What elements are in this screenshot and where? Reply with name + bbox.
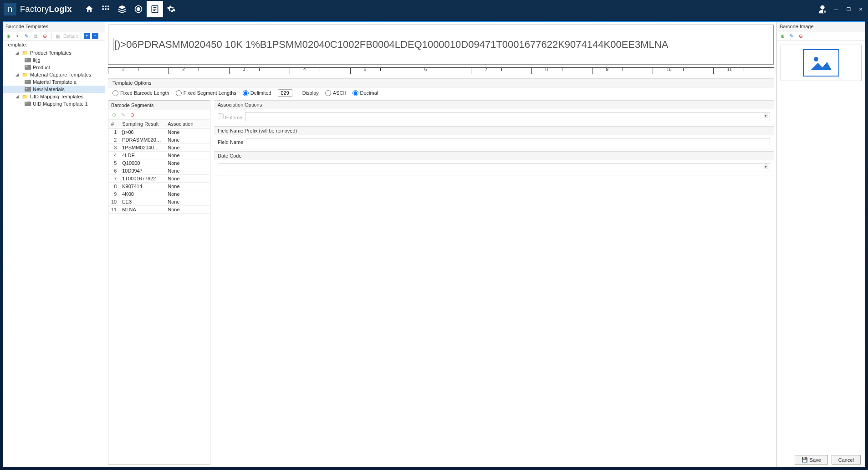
table-row[interactable]: 610D0947None	[108, 167, 210, 175]
association-panel: Association Options Enforce Field Name P…	[214, 100, 774, 465]
add-segment-button: ⊕	[110, 111, 117, 118]
delete-image-button[interactable]: ⊖	[797, 32, 804, 40]
svg-rect-5	[107, 8, 109, 10]
assoc-options-header: Association Options	[214, 101, 774, 109]
edit-template-button[interactable]: ✎	[23, 32, 30, 40]
segments-header: Barcode Segments	[108, 101, 210, 110]
collapse-all-button[interactable]: −	[92, 33, 98, 39]
svg-rect-4	[105, 8, 106, 10]
default-button: ▦	[54, 32, 61, 40]
field-name-label: Field Name	[218, 139, 243, 145]
barcode-image-panel: Barcode Image ⊕ ✎ ⊖	[776, 22, 865, 467]
edit-image-button[interactable]: ✎	[788, 32, 795, 40]
delimited-radio[interactable]: Delimited	[243, 90, 271, 96]
enforce-checkbox: Enforce	[218, 113, 242, 120]
col-sample: Sampling Result	[119, 120, 165, 128]
image-placeholder-frame	[781, 45, 862, 81]
segments-panel: Barcode Segments ⊕ ✎ ⊖ # Sampling Result…	[108, 100, 210, 465]
templates-tree: ◢📁Product TemplateslkjgProduct◢📁Material…	[3, 48, 105, 467]
table-row[interactable]: 31PSMM02040C100...None	[108, 144, 210, 152]
tree-item[interactable]: lkjg	[3, 56, 105, 64]
svg-rect-2	[107, 6, 109, 7]
date-code-dropdown[interactable]	[218, 163, 770, 172]
svg-rect-0	[102, 6, 104, 7]
add-dropdown-icon[interactable]: ▼	[14, 32, 21, 40]
tree-item[interactable]: Product	[3, 64, 105, 71]
barcode-ruler: 1234567891011	[108, 67, 774, 77]
edit-segment-button: ✎	[119, 111, 127, 118]
field-name-input[interactable]	[246, 138, 770, 146]
tree-item[interactable]: New Materials	[3, 86, 105, 93]
templates-panel-header: Barcode Templates	[3, 22, 105, 31]
svg-point-12	[820, 5, 824, 10]
save-button[interactable]: 💾Save	[795, 455, 828, 465]
table-row[interactable]: 71T0001677622None	[108, 175, 210, 183]
tree-folder[interactable]: ◢📁UID Mapping Templates	[3, 93, 105, 100]
table-row[interactable]: 5Q10000None	[108, 159, 210, 167]
add-template-button[interactable]: ⊕	[5, 32, 12, 40]
target-icon[interactable]	[130, 1, 147, 17]
table-row[interactable]: 10EE3None	[108, 198, 210, 206]
ascii-radio[interactable]: ASCII	[325, 90, 346, 96]
template-label: Template:	[3, 41, 105, 48]
copy-template-button[interactable]: ⧉	[32, 32, 39, 40]
brand-bold: Logix	[49, 5, 72, 14]
image-toolbar: ⊕ ✎ ⊖	[777, 31, 865, 41]
main-content: Barcode Templates ⊕ ▼ ✎ ⧉ ⊖ ▦ Default + …	[3, 21, 865, 467]
table-row[interactable]: 8K907414None	[108, 183, 210, 190]
image-placeholder-icon	[803, 49, 839, 77]
table-row[interactable]: 44LDENone	[108, 152, 210, 159]
col-assoc: Association	[165, 120, 210, 128]
table-row[interactable]: 94K00None	[108, 190, 210, 198]
titlebar-right: — ❐ ✕	[817, 4, 864, 14]
cancel-button[interactable]: Cancel	[832, 455, 861, 465]
fixed-barcode-radio[interactable]: Fixed Barcode Length	[112, 90, 169, 96]
fixed-segment-radio[interactable]: Fixed Segment Lengths	[176, 90, 236, 96]
user-icon[interactable]	[817, 4, 827, 14]
delete-segment-button[interactable]: ⊖	[128, 111, 136, 118]
template-options-header: Template Options	[108, 78, 774, 87]
date-code-header: Date Code	[214, 152, 774, 160]
add-image-button[interactable]: ⊕	[779, 32, 786, 40]
templates-toolbar: ⊕ ▼ ✎ ⧉ ⊖ ▦ Default + −	[3, 31, 105, 41]
segments-table[interactable]: # Sampling Result Association 1[)>06None…	[108, 120, 210, 464]
expand-all-button[interactable]: +	[84, 33, 90, 39]
app-logo-icon: n	[4, 3, 16, 15]
display-label: Display	[302, 90, 319, 96]
svg-rect-1	[105, 6, 106, 7]
barcode-text: [)>06PDRASMM020450 10K 1%B1PSMM02040C100…	[114, 39, 668, 51]
tree-folder[interactable]: ◢📁Product Templates	[3, 49, 105, 56]
segments-toolbar: ⊕ ✎ ⊖	[108, 110, 210, 120]
close-button[interactable]: ✕	[857, 6, 864, 13]
modules-icon[interactable]	[97, 1, 114, 17]
tree-item[interactable]: UID Mapping Template 1	[3, 100, 105, 107]
barcode-display[interactable]: [)>06PDRASMM020450 10K 1%B1PSMM02040C100…	[108, 25, 774, 65]
barcode-image-header: Barcode Image	[777, 22, 865, 31]
stack-icon[interactable]	[114, 1, 130, 17]
default-label: Default	[63, 34, 78, 39]
delimiter-input[interactable]	[278, 89, 292, 97]
table-row[interactable]: 11MLNANone	[108, 206, 210, 214]
table-row[interactable]: 2PDRASMM020450...None	[108, 136, 210, 144]
table-row[interactable]: 1[)>06None	[108, 128, 210, 136]
minimize-button[interactable]: —	[832, 6, 840, 13]
footer-buttons: 💾Save Cancel	[795, 455, 861, 465]
templates-panel: Barcode Templates ⊕ ▼ ✎ ⧉ ⊖ ▦ Default + …	[3, 22, 105, 467]
center-panel: [)>06PDRASMM020450 10K 1%B1PSMM02040C100…	[105, 22, 776, 467]
svg-rect-3	[102, 8, 104, 10]
home-icon[interactable]	[81, 1, 97, 17]
tree-item[interactable]: Material Template a	[3, 78, 105, 86]
app-brand: FactoryLogix	[20, 5, 72, 14]
svg-point-15	[814, 57, 818, 61]
enforce-dropdown[interactable]	[245, 112, 770, 121]
titlebar-nav	[81, 1, 179, 17]
brand-pre: Factory	[20, 5, 49, 14]
tree-folder[interactable]: ◢📁Material Capture Templates	[3, 71, 105, 78]
prefix-header: Field Name Prefix (will be removed)	[214, 127, 774, 135]
delete-template-button[interactable]: ⊖	[41, 32, 48, 40]
decimal-radio[interactable]: Decimal	[352, 90, 378, 96]
maximize-button[interactable]: ❐	[845, 6, 853, 13]
report-icon[interactable]	[147, 1, 163, 17]
svg-point-7	[137, 8, 140, 11]
settings-icon[interactable]	[163, 1, 179, 17]
